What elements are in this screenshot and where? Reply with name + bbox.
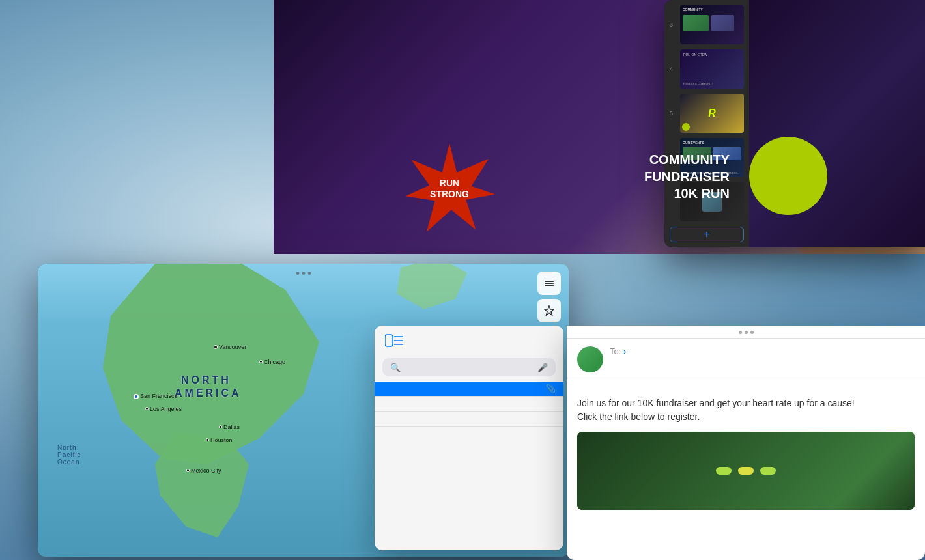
mail-header: [375, 326, 563, 356]
mail-message-list: 📎: [375, 382, 563, 427]
mail-content-to: To: ›: [610, 346, 908, 356]
sender-avatar: [577, 346, 603, 372]
slide-number-5: 5: [670, 110, 676, 117]
mic-icon[interactable]: 🎤: [537, 363, 548, 372]
mail-sidebar-panel: 🔍 🎤 📎: [375, 326, 563, 550]
add-slide-button[interactable]: +: [670, 227, 744, 242]
maps-location-button[interactable]: [537, 299, 561, 322]
starburst-text: RUNSTRONG: [430, 178, 469, 200]
slide-row-4: 4 RUN-ON CREW FITNESS & COMMUNITY: [670, 49, 744, 89]
slide-number-3: 3: [670, 21, 676, 28]
community-fundraiser-text: COMMUNITYFUNDRAISER10K RUN: [644, 151, 730, 202]
mail-sidebar-toggle[interactable]: [385, 333, 403, 350]
slide-row-3: 3 COMMUNITY: [670, 5, 744, 44]
mail-item-zhong-2[interactable]: [375, 412, 563, 427]
large-starburst: RUNSTRONG: [404, 143, 495, 234]
slide-row-5: 5 R: [670, 94, 744, 133]
mail-body: Join us for our 10K fundraiser and get y…: [567, 378, 925, 528]
maps-layers-button[interactable]: [537, 272, 561, 295]
mail-content-header: To: ›: [567, 339, 925, 378]
search-icon: 🔍: [390, 363, 401, 372]
svg-rect-1: [545, 283, 554, 284]
slide-thumb-3[interactable]: COMMUNITY: [680, 5, 744, 44]
svg-rect-3: [385, 335, 393, 346]
north-america-label: NORTH: [181, 374, 231, 386]
mail-item-run-on-crew[interactable]: 📎: [375, 382, 563, 397]
maps-toolbar-dots: [296, 272, 311, 275]
mail-search-input[interactable]: [405, 362, 534, 372]
to-chevron[interactable]: ›: [623, 346, 626, 356]
mail-content-panel: ↩ ↩↩ ↪ 🗑 📁 ✏️ To: › Join us for our 10K …: [567, 326, 925, 560]
mail-content-meta: To: ›: [610, 346, 908, 356]
dallas-marker: Dallas: [219, 425, 222, 428]
green-circle-badge: [749, 137, 827, 215]
badge-container: [711, 462, 781, 480]
sf-marker: San Francisco: [134, 394, 139, 399]
content-panel-toolbar-dots: ↩ ↩↩ ↪ 🗑 📁 ✏️: [567, 326, 925, 339]
svg-rect-2: [545, 285, 554, 286]
america-label: AMERICA: [175, 387, 242, 399]
svg-rect-0: [545, 281, 554, 282]
vancouver-marker: Vancouver: [214, 345, 218, 349]
mail-search-bar[interactable]: 🔍 🎤: [382, 358, 556, 376]
houston-marker: Houston: [206, 438, 209, 441]
dot-1: [296, 272, 299, 275]
keynote-slides-panel: 3 COMMUNITY 4 RUN-ON CREW FITNESS & COMM…: [664, 0, 749, 247]
slide-number-4: 4: [670, 66, 676, 72]
prizes-badge[interactable]: [760, 467, 776, 475]
la-marker: Los Angeles: [145, 407, 149, 410]
mail-body-text: Join us for our 10K fundraiser and get y…: [577, 397, 915, 424]
north-pacific-label: NorthPacificOcean: [57, 444, 81, 466]
chicago-marker: Chicago: [259, 360, 263, 363]
toolbar-dot-2: [745, 331, 748, 334]
join-us-badge[interactable]: [716, 467, 732, 475]
attachment-icon-1: 📎: [546, 384, 556, 393]
dot-3: [307, 272, 311, 275]
slide-thumb-5[interactable]: R: [680, 94, 744, 133]
mail-image-preview: [577, 432, 915, 510]
toolbar-dot-1: [739, 331, 742, 334]
slide-thumb-4[interactable]: RUN-ON CREW FITNESS & COMMUNITY: [680, 49, 744, 89]
mail-item-zhong-1[interactable]: [375, 397, 563, 412]
fundraiser-badge[interactable]: [738, 467, 754, 475]
dot-2: [302, 272, 305, 275]
toolbar-dot-3: [750, 331, 754, 334]
mexico-city-marker: Mexico City: [186, 469, 190, 472]
